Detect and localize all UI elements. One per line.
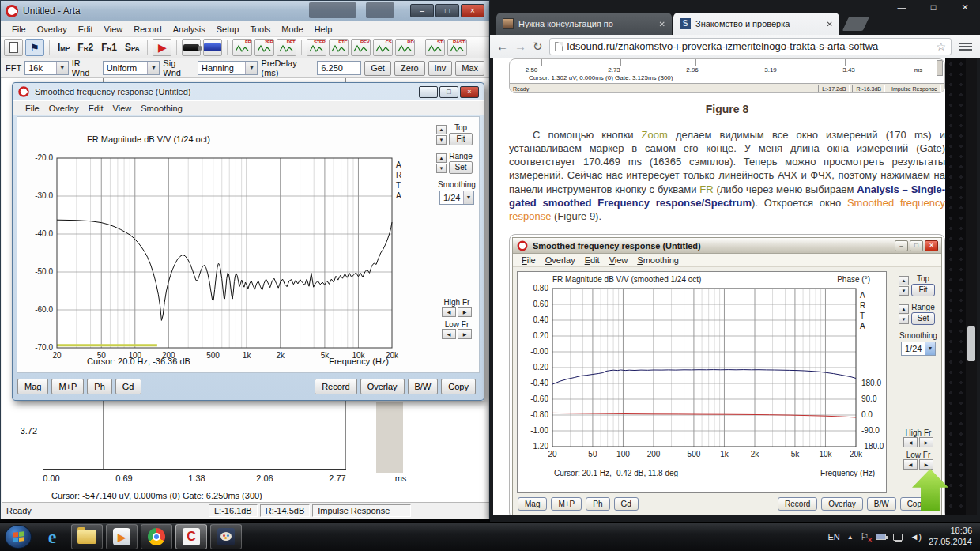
network-icon[interactable] <box>893 534 903 541</box>
analysis-button-fr[interactable]: FR <box>232 39 252 56</box>
maximize-icon[interactable]: □ <box>435 4 459 17</box>
lowfr-right-button[interactable]: ▶ <box>458 329 472 339</box>
toolbar2-button-inv[interactable]: Inv <box>428 61 453 76</box>
fr-titlebar[interactable]: Smoothed frequency response (Untitled) –… <box>13 83 484 100</box>
bookmark-star-icon[interactable]: ☆ <box>936 40 946 53</box>
arta-menu-overlay[interactable]: Overlay <box>32 23 72 36</box>
arta-menu-record[interactable]: Record <box>129 23 166 36</box>
taskbar-item-media-player[interactable]: ▶ <box>106 524 138 549</box>
toolbar2-button-zero[interactable]: Zero <box>394 61 425 76</box>
paragraph-segment[interactable]: FR <box>699 183 713 195</box>
marker-tool-button[interactable]: ⚑ <box>25 39 44 56</box>
fr-action-button-record[interactable]: Record <box>315 379 356 394</box>
taskbar-item-arta[interactable]: C <box>175 524 207 549</box>
close-icon[interactable]: × <box>461 4 484 17</box>
mode-button-fr1[interactable]: Fr1 <box>98 42 120 53</box>
top-spinner[interactable]: ▲▼ <box>436 125 447 145</box>
toolbar2-button-max[interactable]: Max <box>455 61 484 76</box>
tab-close-icon[interactable]: ✕ <box>827 20 833 28</box>
action-center-icon[interactable]: ⚐ <box>861 531 869 542</box>
back-icon[interactable]: ← <box>496 40 508 53</box>
taskbar-item-paint[interactable] <box>210 524 242 549</box>
toolbar2-button-get[interactable]: Get <box>364 61 391 76</box>
arta-menu-edit[interactable]: Edit <box>74 23 98 36</box>
close-icon[interactable]: ✕ <box>955 2 975 13</box>
hidden-icons-chevron[interactable]: ▲ <box>847 534 854 541</box>
analysis-button-sti[interactable]: STI <box>425 39 445 56</box>
fr-menu-smoothing[interactable]: Smoothing <box>136 102 187 115</box>
fr-action-button-copy[interactable]: Copy <box>441 379 476 394</box>
browser-tab-active[interactable]: S Знакомство и проверка ✕ <box>673 13 839 35</box>
smoothing-select[interactable]: 1/24 ▼ <box>439 191 474 205</box>
analysis-button-rasti[interactable]: RASTI <box>447 39 467 56</box>
mode-button-spa[interactable]: Spa <box>122 42 143 53</box>
fr-chart-canvas[interactable]: 20501002005001k2k5k10k20k-20.0-30.0-40.0… <box>19 145 443 376</box>
analysis-button-dft[interactable]: DFT <box>277 39 296 56</box>
arta-menu-help[interactable]: Help <box>310 23 337 36</box>
lowfr-left-button[interactable]: ◀ <box>442 329 456 339</box>
analysis-button-etc[interactable]: ETC <box>329 39 349 56</box>
speaker-icon[interactable]: ◄) <box>910 532 922 542</box>
maximize-icon[interactable]: □ <box>923 2 944 13</box>
analysis-button-rev[interactable]: REV <box>351 39 371 56</box>
paragraph-segment[interactable]: Zoom <box>642 129 668 141</box>
address-bar[interactable]: ldsound.ru/znakomstvo-i-proverka-izmerit… <box>549 38 952 55</box>
browser-menu-icon[interactable] <box>958 41 974 52</box>
analysis-button-cs[interactable]: CS <box>373 39 393 56</box>
mode-button-imp[interactable]: Imp <box>55 42 73 53</box>
predelay-input[interactable]: 6.250 <box>317 61 361 75</box>
fr-menu-file[interactable]: File <box>21 102 44 115</box>
set-button[interactable]: Set <box>449 161 473 174</box>
fr-view-button-gd[interactable]: Gd <box>115 379 141 394</box>
arta-menu-file[interactable]: File <box>7 23 31 36</box>
arta-menu-mode[interactable]: Mode <box>277 23 308 36</box>
tab-close-icon[interactable]: ✕ <box>659 20 665 28</box>
fr-action-button-overlay[interactable]: Overlay <box>360 379 405 394</box>
restore-icon[interactable]: □ <box>439 86 458 98</box>
highfr-right-button[interactable]: ▶ <box>458 307 472 317</box>
reload-icon[interactable]: ↻ <box>533 40 543 54</box>
range-spinner[interactable]: ▲▼ <box>436 153 447 173</box>
arta-titlebar[interactable]: Untitled - Arta – □ × <box>1 1 489 21</box>
minimize-icon[interactable]: – <box>419 86 438 98</box>
browser-tab-inactive[interactable]: Нужна консультация по ✕ <box>496 13 672 35</box>
arta-menu-view[interactable]: View <box>100 23 128 36</box>
battery-icon[interactable] <box>876 534 886 540</box>
highfr-left-button[interactable]: ◀ <box>442 307 456 317</box>
fr-view-button-ph[interactable]: Ph <box>87 379 111 394</box>
fr-action-button-b-w[interactable]: B/W <box>408 379 439 394</box>
arta-menu-analysis[interactable]: Analysis <box>168 23 210 36</box>
fr-view-button-m-p[interactable]: M+P <box>51 379 84 394</box>
taskbar-item-chrome[interactable] <box>141 524 172 549</box>
fr-menu-edit[interactable]: Edit <box>84 102 108 115</box>
fr-menu-view[interactable]: View <box>108 102 137 115</box>
sig-wnd-select[interactable]: Hanning▼ <box>198 61 258 75</box>
minimize-icon[interactable]: — <box>891 2 912 13</box>
soundcard-button[interactable] <box>203 39 222 56</box>
analysis-button-step[interactable]: STEP <box>307 39 326 56</box>
fr-view-button-mag[interactable]: Mag <box>17 379 48 394</box>
forward-icon[interactable]: → <box>514 40 526 53</box>
scrollbar-thumb[interactable] <box>967 326 975 361</box>
generator-button[interactable] <box>182 39 201 56</box>
taskbar-item-ie[interactable]: e <box>36 524 68 549</box>
new-tab-button[interactable] <box>842 17 869 31</box>
analysis-button-2fr[interactable]: 2FR <box>254 39 274 56</box>
close-icon[interactable]: × <box>460 86 479 98</box>
mode-button-fr2[interactable]: Fr2 <box>74 42 96 53</box>
url-text[interactable]: ldsound.ru/znakomstvo-i-proverka-izmerit… <box>567 40 932 52</box>
new-file-button[interactable] <box>4 39 23 56</box>
fr-menu-overlay[interactable]: Overlay <box>44 102 84 115</box>
fit-button[interactable]: Fit <box>449 133 473 145</box>
minimize-icon[interactable]: – <box>410 4 434 17</box>
clock[interactable]: 18:36 27.05.2014 <box>929 526 972 548</box>
analysis-button-bd[interactable]: BD <box>395 39 415 56</box>
browser-scrollbar[interactable] <box>966 58 977 515</box>
arta-menu-tools[interactable]: Tools <box>245 23 275 36</box>
start-button[interactable] <box>5 525 32 549</box>
taskbar-item-explorer[interactable] <box>71 524 103 549</box>
arta-menu-setup[interactable]: Setup <box>212 23 244 36</box>
record-play-button[interactable]: ▶ <box>153 39 172 56</box>
ir-wnd-select[interactable]: Uniform▼ <box>103 61 160 75</box>
fft-select[interactable]: 16k▼ <box>24 61 69 75</box>
